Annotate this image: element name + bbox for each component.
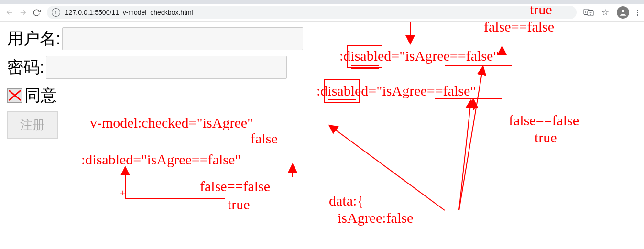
anno-data1: data:{ [329, 193, 364, 209]
username-label: 用户名: [7, 28, 60, 50]
tab-strip [0, 0, 644, 4]
anno-false-eq-3: false==false [200, 178, 270, 195]
password-label: 密码: [7, 56, 44, 78]
translate-icon[interactable]: G文 [583, 8, 594, 17]
back-button[interactable] [3, 6, 16, 19]
anno-plus: + [120, 187, 125, 199]
anno-vmodel: v-model:checked="isAgree" [90, 115, 253, 131]
register-button[interactable]: 注册 [7, 111, 58, 139]
svg-point-4 [622, 10, 624, 12]
forward-button[interactable] [16, 6, 30, 19]
svg-text:G: G [585, 10, 588, 14]
anno-data2: isAgree:false [338, 210, 413, 226]
browser-toolbar: i 127.0.0.1:5500/11_v-model_checkbox.htm… [0, 4, 644, 22]
password-input[interactable] [46, 56, 287, 79]
anno-vmodel-false: false [251, 130, 278, 147]
url-text: 127.0.0.1:5500/11_v-model_checkbox.html [65, 9, 193, 16]
agree-label: 同意 [24, 85, 57, 107]
site-info-icon[interactable]: i [52, 8, 60, 17]
svg-text:文: 文 [589, 11, 592, 16]
chrome-menu-icon[interactable] [637, 9, 638, 17]
url-bar[interactable]: i 127.0.0.1:5500/11_v-model_checkbox.htm… [47, 6, 577, 19]
page-content: 用户名: 密码: 同意 注册 true false==false :disabl… [0, 22, 644, 144]
anno-false-eq-2: false==false [509, 112, 579, 129]
bookmark-star-icon[interactable]: ☆ [601, 7, 609, 18]
profile-avatar-icon[interactable] [617, 6, 629, 19]
anno-true-3: true [228, 196, 250, 213]
anno-true-2: true [535, 130, 557, 146]
anno-code-3: :disabled="isAgree==false" [81, 152, 241, 168]
reload-button[interactable] [30, 6, 43, 19]
agree-checkbox[interactable] [7, 88, 22, 103]
username-input[interactable] [62, 27, 303, 50]
